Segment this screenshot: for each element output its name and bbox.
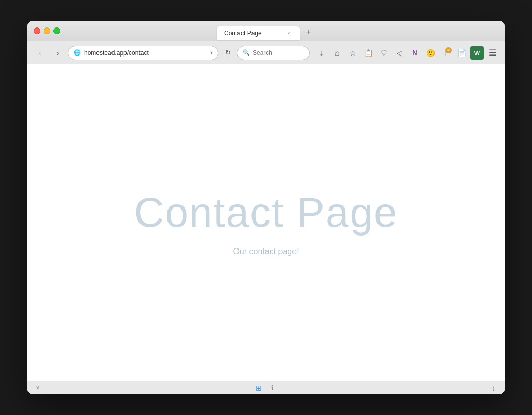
status-right: ↓ <box>488 382 499 394</box>
browser-window: Contact Page × + ‹ › 🌐 ▾ ↻ 🔍 ↓ ⌂ ☆ 📋 ♡ <box>27 21 505 394</box>
traffic-lights <box>34 27 60 34</box>
search-input[interactable] <box>253 49 299 57</box>
readinglist-button[interactable]: ◁ <box>393 46 406 60</box>
title-bar: Contact Page × + <box>27 21 505 42</box>
toolbar: ‹ › 🌐 ▾ ↻ 🔍 ↓ ⌂ ☆ 📋 ♡ ◁ N 🙂 ↑ <box>27 42 505 64</box>
status-left: × <box>33 383 43 393</box>
search-icon: 🔍 <box>243 49 250 56</box>
new-tab-button[interactable]: + <box>302 25 315 39</box>
active-tab[interactable]: Contact Page × <box>217 26 300 40</box>
status-download-icon[interactable]: ↓ <box>488 382 499 394</box>
maximize-button[interactable] <box>53 27 60 34</box>
refresh-button[interactable]: ↻ <box>221 47 234 59</box>
address-bar[interactable]: 🌐 ▾ <box>68 46 218 60</box>
page-heading: Contact Page <box>134 189 398 237</box>
address-dropdown-icon[interactable]: ▾ <box>210 50 213 56</box>
back-button[interactable]: ‹ <box>33 46 47 60</box>
web-content: Contact Page Our contact page! <box>27 64 505 381</box>
clipboard-button[interactable]: 📋 <box>361 46 375 60</box>
emoji-icon: 🙂 <box>426 49 435 57</box>
status-center: ⊞ ℹ <box>254 383 277 393</box>
clipboard-icon: 📋 <box>364 49 373 57</box>
extensions-button[interactable]: 📄 <box>455 46 468 60</box>
status-bar: × ⊞ ℹ ↓ <box>27 381 505 394</box>
bookmark-star-button[interactable]: ☆ <box>346 46 359 60</box>
close-button[interactable] <box>34 27 40 34</box>
download-button[interactable]: ↓ <box>315 46 328 60</box>
tab-title: Contact Page <box>224 30 262 37</box>
search-bar[interactable]: 🔍 <box>237 46 310 60</box>
tab-close-button[interactable]: × <box>285 30 292 37</box>
toolbar-icons: ↓ ⌂ ☆ 📋 ♡ ◁ N 🙂 ↑ 2 📄 W ☰ <box>315 46 499 60</box>
sync-button[interactable]: ↑ 2 <box>439 46 453 60</box>
wordfence-button[interactable]: W <box>470 46 484 60</box>
menu-button[interactable]: ☰ <box>486 46 499 60</box>
pocket-button[interactable]: ♡ <box>377 46 390 60</box>
address-input[interactable] <box>84 49 207 57</box>
home-button[interactable]: ⌂ <box>330 46 344 60</box>
address-icon: 🌐 <box>74 49 81 56</box>
minimize-button[interactable] <box>44 27 50 34</box>
status-close-icon[interactable]: × <box>33 383 43 393</box>
extensions-icon: 📄 <box>457 49 466 57</box>
status-filter-icon[interactable]: ⊞ <box>254 383 264 393</box>
tab-bar: Contact Page × + <box>217 24 315 38</box>
page-subtext: Our contact page! <box>233 247 299 256</box>
onenote-button[interactable]: N <box>408 46 422 60</box>
status-info-icon[interactable]: ℹ <box>267 383 277 393</box>
sync-badge: 2 <box>445 47 452 53</box>
emoji-button[interactable]: 🙂 <box>424 46 437 60</box>
forward-button[interactable]: › <box>50 46 65 60</box>
